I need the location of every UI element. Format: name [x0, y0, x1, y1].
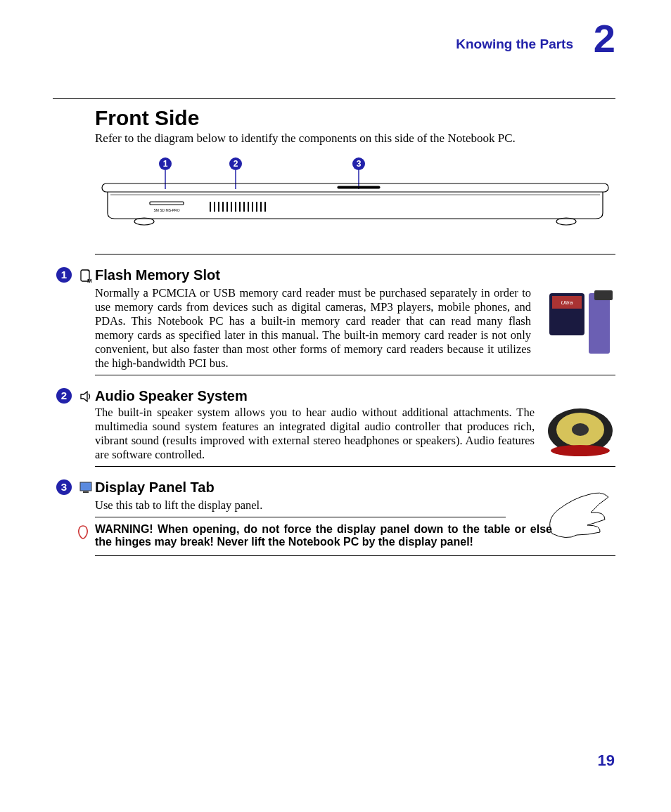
speaker-icon [78, 389, 94, 406]
svg-text:Ultra: Ultra [561, 299, 573, 306]
bullet-1: 1 [56, 267, 72, 283]
slot-label: SM SD MS-PRO [153, 208, 179, 212]
page-number: 19 [598, 752, 615, 770]
svg-point-35 [572, 423, 589, 436]
display-icon [78, 481, 94, 496]
svg-point-36 [551, 445, 610, 456]
callout-1: 1 [163, 159, 168, 169]
item-3-title: Display Panel Tab [95, 479, 615, 496]
item-1-title: Flash Memory Slot [95, 267, 615, 283]
intro-text: Refer to the diagram below to identify t… [95, 131, 615, 146]
item-1-body: Normally a PCMCIA or USB memory card rea… [95, 286, 531, 370]
svg-rect-37 [80, 482, 91, 491]
speaker-image [545, 406, 615, 463]
bullet-2: 2 [56, 388, 72, 404]
callout-2: 2 [234, 159, 238, 169]
divider [95, 555, 615, 556]
header-rule [53, 98, 615, 99]
divider [95, 517, 506, 517]
divider [95, 375, 615, 375]
svg-rect-23 [338, 186, 380, 188]
divider [95, 466, 615, 467]
svg-rect-8 [150, 202, 184, 205]
front-side-diagram: 1 2 3 SM SD MS-PRO [95, 155, 615, 243]
divider [95, 254, 615, 254]
svg-rect-38 [83, 491, 89, 493]
svg-rect-31 [589, 293, 610, 354]
header-section: Knowing the Parts [456, 37, 573, 52]
warning-text: WARNING! When opening, do not force the … [95, 523, 552, 548]
svg-text:M: M [87, 278, 92, 283]
page-title: Front Side [95, 106, 615, 130]
bullet-3: 3 [56, 479, 72, 495]
memory-card-icon: M [78, 269, 94, 285]
item-2-body: The built-in speaker system allows you t… [95, 406, 535, 462]
svg-rect-32 [594, 290, 613, 300]
memory-cards-image: Ultra [545, 289, 615, 362]
callout-3: 3 [357, 159, 362, 169]
warning-icon [75, 524, 91, 543]
item-2-title: Audio Speaker System [95, 388, 615, 404]
chapter-number: 2 [594, 15, 615, 61]
item-3-body: Use this tab to lift the display panel. [95, 498, 517, 513]
